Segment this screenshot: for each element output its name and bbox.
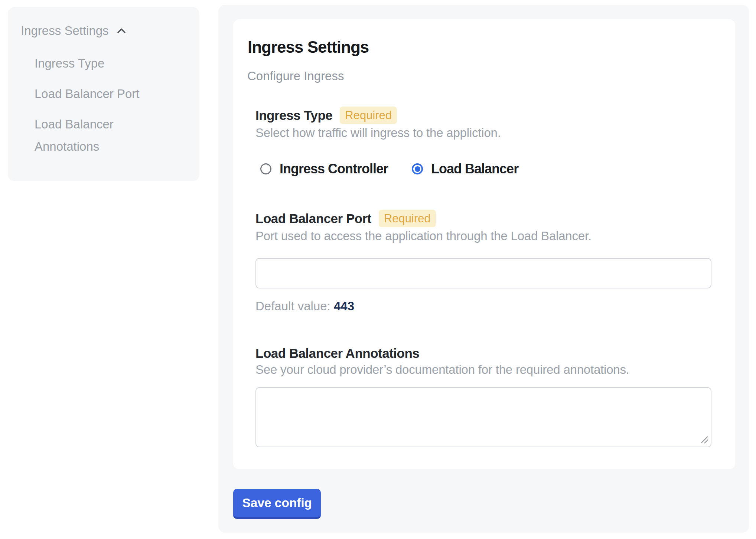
sidebar-group-label: Ingress Settings bbox=[21, 24, 109, 38]
save-config-button[interactable]: Save config bbox=[233, 489, 321, 519]
load-balancer-port-section: Load Balancer Port Required Port used to… bbox=[255, 210, 735, 313]
radio-option-ingress-controller[interactable]: Ingress Controller bbox=[260, 161, 388, 176]
settings-sidebar: Ingress Settings Ingress Type Load Balan… bbox=[8, 7, 199, 181]
ingress-type-options: Ingress Controller Load Balancer bbox=[260, 161, 735, 176]
ingress-type-description: Select how traffic will ingress to the a… bbox=[255, 126, 735, 140]
required-badge: Required bbox=[340, 107, 397, 124]
radio-label: Ingress Controller bbox=[280, 161, 388, 176]
default-value: 443 bbox=[334, 299, 354, 313]
load-balancer-port-label: Load Balancer Port bbox=[255, 211, 371, 226]
chevron-up-icon bbox=[115, 24, 128, 37]
radio-unselected-icon[interactable] bbox=[260, 163, 271, 174]
load-balancer-annotations-textarea[interactable] bbox=[255, 387, 711, 447]
load-balancer-annotations-section: Load Balancer Annotations See your cloud… bbox=[255, 346, 735, 447]
ingress-settings-card: Ingress Settings Configure Ingress Ingre… bbox=[233, 19, 735, 469]
radio-option-load-balancer[interactable]: Load Balancer bbox=[412, 161, 518, 176]
page-subtitle: Configure Ingress bbox=[247, 69, 735, 83]
load-balancer-annotations-label: Load Balancer Annotations bbox=[255, 346, 419, 361]
sidebar-group-ingress-settings[interactable]: Ingress Settings bbox=[21, 24, 192, 38]
load-balancer-port-input[interactable] bbox=[255, 258, 711, 288]
sidebar-item-ingress-type[interactable]: Ingress Type bbox=[35, 52, 157, 75]
ingress-type-section: Ingress Type Required Select how traffic… bbox=[255, 107, 735, 176]
sidebar-items: Ingress Type Load Balancer Port Load Bal… bbox=[21, 52, 192, 158]
radio-label: Load Balancer bbox=[431, 161, 518, 176]
default-value-line: Default value: 443 bbox=[255, 299, 735, 313]
radio-selected-icon[interactable] bbox=[412, 163, 423, 174]
load-balancer-annotations-description: See your cloud provider’s documentation … bbox=[255, 363, 735, 377]
load-balancer-port-description: Port used to access the application thro… bbox=[255, 229, 735, 243]
page-title: Ingress Settings bbox=[248, 38, 735, 56]
default-value-label: Default value: bbox=[255, 299, 330, 313]
sidebar-item-load-balancer-port[interactable]: Load Balancer Port bbox=[35, 83, 157, 105]
required-badge: Required bbox=[379, 210, 436, 227]
main-panel: Ingress Settings Configure Ingress Ingre… bbox=[218, 5, 749, 533]
resize-handle-icon[interactable] bbox=[700, 435, 709, 444]
ingress-type-label: Ingress Type bbox=[255, 108, 332, 123]
sidebar-item-load-balancer-annotations[interactable]: Load Balancer Annotations bbox=[35, 113, 157, 158]
page: Ingress Settings Ingress Type Load Balan… bbox=[0, 0, 756, 539]
